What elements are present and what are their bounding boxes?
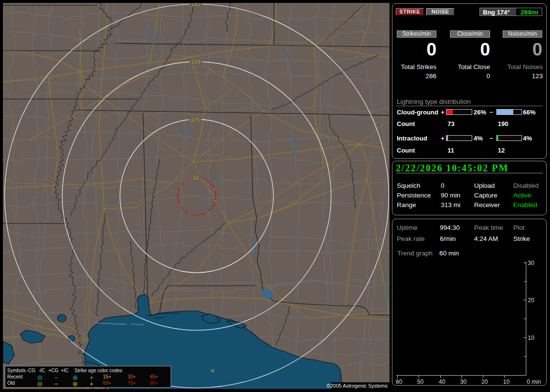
svg-text:31: 31 — [193, 175, 199, 181]
svg-text:219: 219 — [191, 59, 200, 65]
svg-text:313: 313 — [191, 3, 200, 7]
svg-text:125: 125 — [190, 117, 199, 123]
svg-text:©2005 Astrogenic Systems: ©2005 Astrogenic Systems — [327, 383, 388, 389]
